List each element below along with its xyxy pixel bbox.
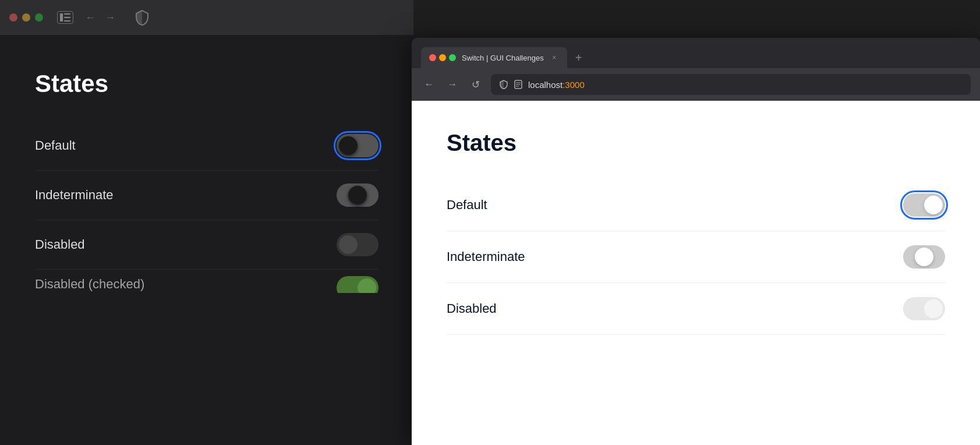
forward-arrow-left[interactable]: →	[105, 12, 115, 24]
right-section-title: States	[447, 130, 945, 156]
tab-traffic-lights	[429, 54, 456, 61]
toggle-default-light[interactable]	[903, 193, 945, 217]
url-text: localhost:3000	[528, 80, 585, 90]
toggle-knob-disabled-light	[924, 299, 943, 318]
toggle-disabled-checked-dark	[337, 276, 378, 293]
left-section-title: States	[35, 70, 378, 98]
svg-rect-2	[64, 17, 70, 18]
toggle-disabled-light	[903, 297, 945, 320]
forward-button[interactable]: →	[444, 76, 461, 93]
back-arrow-left[interactable]: ←	[85, 12, 95, 24]
toggle-default-dark[interactable]	[337, 134, 378, 157]
left-chrome-bar: ← →	[0, 0, 413, 35]
switch-row-disabled-dark: Disabled	[35, 220, 378, 270]
tab-min-dot	[439, 54, 446, 61]
tab-bar: Switch | GUI Challenges × +	[412, 38, 980, 68]
switch-row-disabled-checked-dark: Disabled (checked)	[35, 276, 378, 293]
browser-tab-active[interactable]: Switch | GUI Challenges ×	[421, 47, 567, 68]
nav-arrows-left: ← →	[85, 12, 115, 24]
right-browser-window: Switch | GUI Challenges × + ← → ↺ localh…	[412, 38, 980, 445]
switch-row-default-light: Default	[447, 179, 945, 231]
toggle-knob-indeterminate-dark	[348, 186, 367, 204]
address-bar: ← → ↺ localhost:3000	[412, 68, 980, 101]
address-field[interactable]: localhost:3000	[491, 74, 971, 95]
tab-close-button[interactable]: ×	[550, 53, 559, 62]
tab-title: Switch | GUI Challenges	[462, 54, 544, 62]
switch-label-default-light: Default	[447, 197, 487, 213]
svg-rect-0	[60, 13, 63, 22]
switch-row-indeterminate-dark: Indeterminate	[35, 171, 378, 220]
switch-label-indeterminate-light: Indeterminate	[447, 249, 525, 264]
reload-button[interactable]: ↺	[468, 76, 484, 93]
tab-max-dot	[449, 54, 456, 61]
left-content-area: States Default Indeterminate Disabled Di…	[0, 35, 413, 445]
url-port: :3000	[562, 80, 585, 90]
switch-row-default-dark: Default	[35, 121, 378, 171]
toggle-knob-indeterminate-light	[915, 248, 933, 266]
svg-rect-1	[64, 13, 70, 15]
toggle-knob-default-dark	[339, 136, 358, 155]
tab-close-dot	[429, 54, 436, 61]
back-button[interactable]: ←	[421, 76, 437, 93]
toggle-indeterminate-light[interactable]	[903, 245, 945, 269]
page-content-area: States Default Indeterminate Disabled	[412, 101, 980, 445]
new-tab-button[interactable]: +	[569, 48, 588, 67]
traffic-lights-left	[9, 13, 43, 22]
maximize-button-left[interactable]	[35, 13, 43, 22]
switch-row-disabled-light: Disabled	[447, 283, 945, 335]
toggle-knob-disabled-dark	[339, 235, 358, 254]
svg-rect-3	[64, 20, 70, 22]
toggle-disabled-dark	[337, 233, 378, 256]
switch-label-indeterminate-dark: Indeterminate	[35, 188, 114, 203]
toggle-knob-default-light	[924, 196, 943, 214]
switch-row-indeterminate-light: Indeterminate	[447, 231, 945, 283]
minimize-button-left[interactable]	[22, 13, 30, 22]
shield-icon-left	[134, 9, 150, 26]
toggle-knob-disabled-checked-dark	[358, 278, 376, 293]
shield-icon-addr	[499, 80, 508, 89]
toggle-indeterminate-dark[interactable]	[337, 183, 378, 207]
page-icon-addr	[514, 80, 522, 89]
switch-label-disabled-light: Disabled	[447, 301, 497, 316]
left-browser-panel: ← → States Default Indeterminate Disable…	[0, 0, 413, 445]
switch-label-disabled-checked-dark: Disabled (checked)	[35, 277, 144, 292]
sidebar-toggle-icon[interactable]	[57, 11, 73, 24]
close-button-left[interactable]	[9, 13, 17, 22]
url-host: localhost	[528, 80, 562, 90]
switch-label-disabled-dark: Disabled	[35, 237, 85, 252]
switch-label-default-dark: Default	[35, 138, 76, 153]
